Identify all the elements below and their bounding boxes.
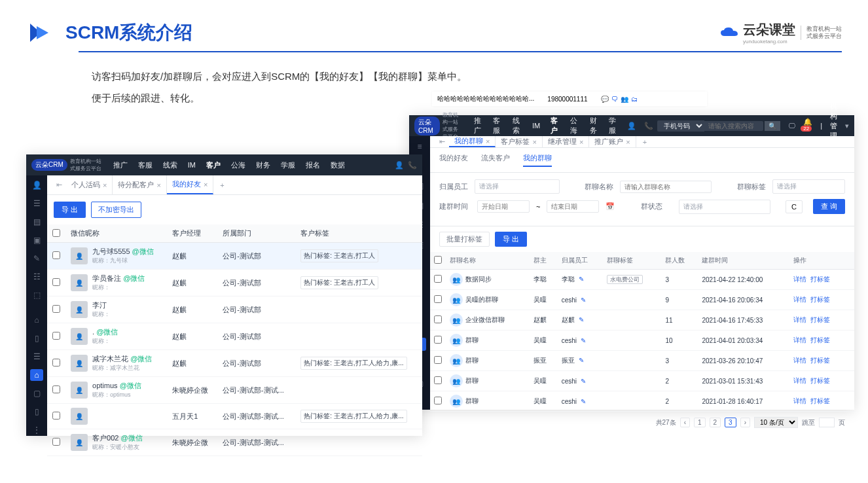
menu-toggle-icon[interactable]: ⇤ <box>52 181 66 189</box>
close-icon[interactable]: × <box>579 138 583 146</box>
query-button[interactable]: 查 询 <box>813 199 845 214</box>
nav-item-报名[interactable]: 报名 <box>300 160 325 170</box>
edit-icon[interactable]: ✎ <box>579 316 584 323</box>
detail-link[interactable]: 详情 <box>793 276 806 283</box>
nav-item-数据[interactable]: 数据 <box>325 160 350 170</box>
nav-item-客户[interactable]: 客户 <box>201 160 226 170</box>
page-2[interactable]: 2 <box>710 418 721 427</box>
sub-tab-我的好友[interactable]: 我的好友 <box>439 153 468 167</box>
phone-icon[interactable]: 📞 <box>644 122 653 130</box>
sidebar-item-2[interactable]: ☰ <box>30 198 43 209</box>
close-icon[interactable]: × <box>103 181 107 189</box>
pagination-perpage[interactable]: 10 条/页 <box>754 417 798 428</box>
close-icon[interactable]: × <box>626 138 630 146</box>
row-checkbox[interactable] <box>52 332 60 340</box>
nav-item-客户[interactable]: 客户 <box>545 116 565 135</box>
row-checkbox[interactable] <box>434 315 442 323</box>
nav-item-IM[interactable]: IM <box>183 161 201 169</box>
search-input[interactable] <box>704 121 763 131</box>
sidebar-item-3[interactable]: ▤ <box>30 216 43 228</box>
user-icon[interactable]: 👤 <box>395 161 404 170</box>
action-icon-4[interactable]: 🗂 <box>631 96 638 103</box>
sidebar-item-4[interactable]: ▣ <box>30 234 43 246</box>
edit-icon[interactable]: ✎ <box>581 378 586 385</box>
action-icon-3[interactable]: 👥 <box>621 96 628 103</box>
table-row[interactable]: 👥数据同步 李聪 李聪✎ 水电费公司 3 2021-04-22 12:40:00… <box>430 270 854 290</box>
tab-客户标签[interactable]: 客户标签 × <box>496 136 542 147</box>
bell-icon[interactable]: 🔔22 <box>803 118 812 134</box>
nav-item-IM[interactable]: IM <box>527 122 545 130</box>
edit-icon[interactable]: ✎ <box>579 276 584 283</box>
nav-item-客服[interactable]: 客服 <box>488 116 507 135</box>
page-3[interactable]: 3 <box>725 418 736 427</box>
reset-button[interactable]: C <box>786 200 803 213</box>
detail-link[interactable]: 详情 <box>793 316 806 323</box>
tag-link[interactable]: 打标签 <box>810 397 830 404</box>
row-checkbox[interactable] <box>434 295 442 303</box>
tab-add-button[interactable]: + <box>636 138 653 146</box>
sidebar-item-b2[interactable]: ☰ <box>30 351 43 363</box>
table-row[interactable]: 👤 李汀 昵称： 赵麒 公司-测试部 <box>47 296 422 323</box>
detail-link[interactable]: 详情 <box>793 377 806 384</box>
table-row[interactable]: 👥群聊 吴瞳 ceshi✎ 2 2021-01-28 16:40:17 详情打标… <box>430 391 854 412</box>
export-button[interactable]: 导 出 <box>54 202 86 218</box>
close-icon[interactable]: × <box>486 137 490 145</box>
filter-time-end[interactable] <box>547 200 599 213</box>
table-row[interactable]: 👤 optimus @微信 昵称：optimus 朱晓婷企微 公司-测试部-测试… <box>47 377 422 404</box>
table-row[interactable]: 👥吴瞳的群聊 吴瞳 ceshi✎ 9 2021-04-16 20:06:34 详… <box>430 290 854 310</box>
detail-link[interactable]: 详情 <box>793 296 806 303</box>
sidebar-item-1[interactable]: ≡ <box>413 140 426 153</box>
filter-tag-select[interactable]: 请选择 <box>772 179 845 194</box>
edit-icon[interactable]: ✎ <box>581 337 586 344</box>
sidebar-item-b1[interactable]: ▯ <box>30 332 43 344</box>
calendar-icon[interactable]: 📅 <box>606 202 615 211</box>
table-row[interactable]: 👥群聊 吴瞳 ceshi✎ 2 2021-03-01 15:31:43 详情打标… <box>430 371 854 391</box>
edit-icon[interactable]: ✎ <box>579 357 584 364</box>
row-checkbox[interactable] <box>434 336 442 344</box>
select-all-checkbox[interactable] <box>434 256 442 264</box>
page-1[interactable]: 1 <box>694 418 706 427</box>
pagination-next[interactable]: › <box>740 418 750 427</box>
dropdown-icon[interactable]: ▾ <box>845 122 849 130</box>
row-checkbox[interactable] <box>434 397 442 404</box>
sidebar-item-b5[interactable]: ⋮ <box>30 424 43 436</box>
sub-tab-我的群聊[interactable]: 我的群聊 <box>523 153 552 167</box>
tag-link[interactable]: 打标签 <box>810 377 830 384</box>
row-checkbox[interactable] <box>52 412 60 420</box>
close-icon[interactable]: × <box>204 181 208 188</box>
tab-我的群聊[interactable]: 我的群聊 × <box>449 136 496 147</box>
table-row[interactable]: 👥群聊 吴瞳 ceshi✎ 10 2021-04-01 20:03:34 详情打… <box>430 331 854 351</box>
sidebar-item-5[interactable]: ✎ <box>30 253 43 264</box>
row-checkbox[interactable] <box>52 385 60 393</box>
table-row[interactable]: 👤 客户002 @微信 昵称：安暖小憨友 朱晓婷企微 公司-测试部-测试... <box>47 429 422 456</box>
tag-link[interactable]: 打标签 <box>810 276 830 283</box>
sidebar-item-b4[interactable]: ▯ <box>30 406 43 418</box>
row-checkbox[interactable] <box>434 376 442 384</box>
pagination-goto-input[interactable] <box>819 418 835 427</box>
pagination-prev[interactable]: ‹ <box>680 418 690 427</box>
batch-tag-button[interactable]: 批量打标签 <box>439 232 490 247</box>
row-checkbox[interactable] <box>52 251 60 259</box>
row-checkbox[interactable] <box>434 275 442 283</box>
row-checkbox[interactable] <box>434 356 442 364</box>
sub-tab-流失客户[interactable]: 流失客户 <box>481 153 510 167</box>
sidebar-item-6[interactable]: ☷ <box>30 271 43 283</box>
sidebar-item-b3[interactable]: ▢ <box>30 387 43 399</box>
edit-icon[interactable]: ✎ <box>581 398 586 405</box>
table-row[interactable]: 👤 学员备注 @微信 昵称： 赵麒 公司-测试部 热门标签: 王老吉,打工人 <box>47 270 422 296</box>
menu-toggle-icon[interactable]: ⇤ <box>435 137 449 146</box>
screen-icon[interactable]: 🖵 <box>788 122 795 130</box>
export-button[interactable]: 导 出 <box>495 232 527 247</box>
tab-推广账户[interactable]: 推广账户 × <box>589 136 636 147</box>
table-row[interactable]: 👥群聊 振亚 振亚✎ 3 2021-03-26 20:10:47 详情打标签 <box>430 351 854 371</box>
edit-icon[interactable]: ✎ <box>581 296 586 304</box>
tag-link[interactable]: 打标签 <box>810 296 830 303</box>
sidebar-item-1[interactable]: 👤 <box>30 179 43 191</box>
filter-status-select[interactable]: 请选择 <box>679 200 770 214</box>
sidebar-item-b0[interactable]: ⌂ <box>30 314 43 326</box>
nav-item-学服[interactable]: 学服 <box>604 116 623 135</box>
filter-time-start[interactable] <box>477 200 530 213</box>
filter-name-input[interactable] <box>620 181 712 193</box>
nav-item-推广[interactable]: 推广 <box>469 116 488 135</box>
action-icon-1[interactable]: 💬 <box>601 96 609 103</box>
